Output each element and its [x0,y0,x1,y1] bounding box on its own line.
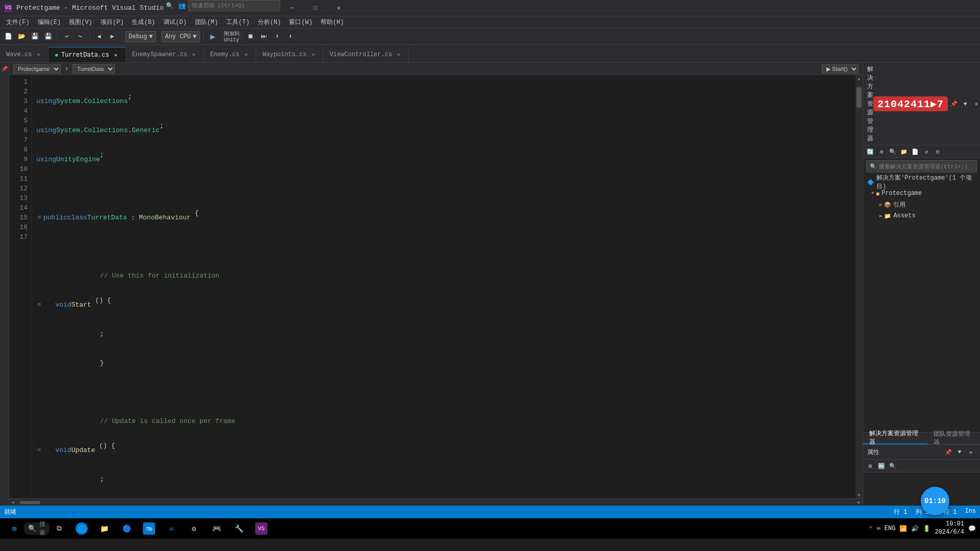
tab-waypoints[interactable]: Waypoints.cs ✕ [256,47,323,62]
vs-taskbar-button[interactable]: VS [251,519,272,538]
collapse-class-icon[interactable]: ⊟ [36,215,42,221]
menu-edit[interactable]: 编辑(E) [34,16,65,29]
breakpoint-btn[interactable]: ⏹ [244,31,257,43]
tab-viewcontroller[interactable]: ViewController.cs ✕ [324,47,409,62]
taskbar-arrow-up[interactable]: ⌃ [869,525,872,533]
undo-btn[interactable]: ↩ [61,31,73,43]
h-scroll-thumb[interactable] [20,501,40,504]
store-button[interactable]: 🛍 [139,519,159,538]
vs-search-icon[interactable]: 🔍 [164,0,176,12]
horizontal-scrollbar[interactable]: ◀ ▶ [9,498,863,506]
close-button[interactable]: ✕ [327,0,351,16]
tab-wave[interactable]: Wave.cs ✕ [0,47,48,62]
cpu-platform-dropdown[interactable]: Any CPU ▼ [161,31,200,42]
redo-btn[interactable]: ↪ [74,31,86,43]
tab-enemyspawner[interactable]: EnemySpawner.cs ✕ [126,47,204,62]
navigate-fwd-btn[interactable]: ▶ [106,31,118,43]
h-scroll-track[interactable] [17,500,854,505]
file-select[interactable]: Protectgame [13,64,61,73]
se-sync-btn[interactable]: 🔄 [865,146,875,157]
step-in-btn[interactable]: ⬇ [271,31,283,43]
tab-turretdata[interactable]: ◆ TurretData.cs ✕ [48,47,126,62]
vertical-scrollbar[interactable]: ▲ ▼ [855,75,863,498]
menu-window[interactable]: 窗口(W) [285,16,316,29]
menu-analyze[interactable]: 分析(N) [254,16,285,29]
mail-button[interactable]: ✉ [161,519,182,538]
se-pin-btn[interactable]: 📌 [949,99,959,109]
menu-debug[interactable]: 调试(D) [159,16,191,29]
tab-enemyspawner-close[interactable]: ✕ [190,51,198,58]
collapse-start-icon[interactable]: ⊟ [36,302,42,308]
tab-wave-close[interactable]: ✕ [35,51,42,58]
settings-button[interactable]: ⚙ [184,519,204,538]
edge-button[interactable]: 🌐 [71,519,92,538]
h-scroll-left[interactable]: ◀ [9,499,16,506]
chrome-button[interactable]: 🔵 [116,519,137,538]
tab-enemy[interactable]: Enemy.cs ✕ [204,47,257,62]
new-project-btn[interactable]: 📄 [2,31,14,43]
menu-tools[interactable]: 工具(T) [222,16,254,29]
method-select[interactable]: ▶ Start() [822,64,859,73]
se-show-files-btn[interactable]: 📄 [910,146,920,157]
se-dropdown-btn[interactable]: ▼ [960,99,970,109]
step-over-btn[interactable]: ⏭ [258,31,270,43]
scroll-thumb[interactable] [856,87,862,108]
menu-view[interactable]: 视图(V) [65,16,96,29]
start-button[interactable]: ⊞ [4,519,24,538]
step-out-btn[interactable]: ⬆ [284,31,297,43]
scroll-track[interactable] [855,82,863,491]
notification-icon[interactable]: 💬 [968,525,976,533]
open-btn[interactable]: 📂 [15,31,28,43]
member-select[interactable]: TurretData [72,64,115,73]
code-content[interactable]: using System.Collections; using System.C… [32,75,855,498]
timer-badge[interactable]: 01:10 [921,487,949,515]
solution-search-box[interactable]: 🔍 搜索解决方案资源管理器(Ctrl+;) [866,160,977,172]
start-debug-btn[interactable]: ▶ [207,31,219,43]
tab-waypoints-close[interactable]: ✕ [310,51,317,58]
bottom-tab-solution[interactable]: 解决方案资源管理器 [863,432,927,444]
scroll-up-arrow[interactable]: ▲ [855,75,863,82]
unity-button[interactable]: 🎮 [206,519,227,538]
se-refresh-btn[interactable]: ↺ [921,146,932,157]
tab-enemy-close[interactable]: ✕ [242,51,250,58]
tree-item-assets[interactable]: ▶ 📁 Assets [863,210,980,221]
props-pin-btn[interactable]: 📌 [943,447,953,457]
tab-viewcontroller-close[interactable]: ✕ [395,51,402,58]
se-props-btn[interactable]: ⚙ [876,146,887,157]
live-share-icon[interactable]: 👥 [176,0,188,12]
quick-launch[interactable]: 快速启动 (Ctrl+Q) [188,0,280,11]
minimize-button[interactable]: ─ [280,0,304,16]
tree-item-references[interactable]: ▶ 📦 引用 [863,199,980,210]
explorer-button[interactable]: 📁 [94,519,114,538]
h-scroll-right[interactable]: ▶ [855,499,863,506]
maximize-button[interactable]: □ [304,0,327,16]
menu-file[interactable]: 文件(F) [2,16,34,29]
collapse-update-icon[interactable]: ⊟ [36,447,42,454]
bottom-tab-team[interactable]: 团队资源管理器 [927,432,980,444]
menu-project[interactable]: 项目(P) [96,16,128,29]
save-btn[interactable]: 💾 [29,31,41,43]
se-close-btn[interactable]: ✕ [971,99,980,109]
props-close-btn[interactable]: ✕ [966,447,976,457]
menu-help[interactable]: 帮助(H) [316,16,348,29]
se-filter-btn[interactable]: 🔍 [888,146,898,157]
rider-button[interactable]: 🔧 [229,519,249,538]
attach-unity-btn[interactable]: 附加到Unity [226,31,238,43]
props-sort-btn[interactable]: 🔤 [876,461,887,471]
props-grid-btn[interactable]: ⊞ [865,461,875,471]
se-new-folder-btn[interactable]: 📁 [899,146,909,157]
tree-item-solution[interactable]: 🔷 解决方案'Protectgame'(1 个项目) [863,177,980,188]
se-collapse-btn[interactable]: ⊟ [933,146,943,157]
search-button[interactable]: 🔍 搜索 [27,519,47,538]
menu-build[interactable]: 生成(B) [128,16,159,29]
save-all-btn[interactable]: 💾 [42,31,54,43]
scroll-down-arrow[interactable]: ▼ [855,491,863,498]
taskview-button[interactable]: ⧉ [49,519,69,538]
props-dropdown-btn[interactable]: ▼ [954,447,965,457]
navigate-back-btn[interactable]: ◀ [93,31,105,43]
props-search-btn[interactable]: 🔍 [888,461,898,471]
code-editor[interactable]: 1 2 3 4 5 6 7 8 9 10 11 12 13 14 15 16 1 [9,75,855,498]
tab-turretdata-close[interactable]: ✕ [112,52,119,59]
sidebar-pin-icon[interactable]: 📌 [1,65,9,73]
debug-config-dropdown[interactable]: Debug ▼ [125,31,156,42]
